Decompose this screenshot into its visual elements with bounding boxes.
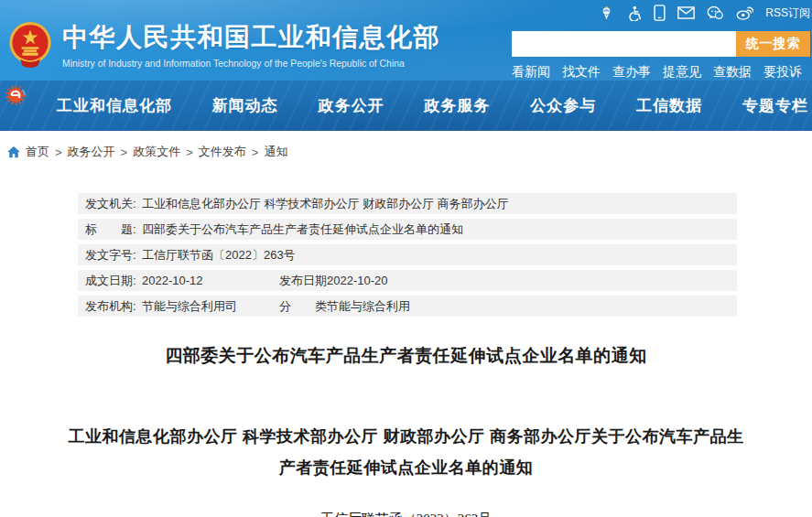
nav-item-public-participation[interactable]: 公众参与 bbox=[530, 95, 596, 116]
meta-row-doc-number: 发文字号: 工信厅联节函〔2022〕263号 bbox=[78, 244, 737, 265]
wechat-icon[interactable] bbox=[707, 5, 724, 20]
site-subtitle: Ministry of Industry and Information Tec… bbox=[62, 59, 440, 69]
meta-value: 2022-10-12 bbox=[142, 274, 279, 287]
article-body: 四部委关于公布汽车产品生产者责任延伸试点企业名单的通知 工业和信息化部办公厅 科… bbox=[0, 344, 812, 517]
quick-link-complaint[interactable]: 要投诉 bbox=[763, 64, 802, 81]
site-title: 中华人民共和国工业和信息化部 bbox=[62, 20, 440, 55]
meta-row-title: 标 题: 四部委关于公布汽车产品生产者责任延伸试点企业名单的通知 bbox=[78, 219, 737, 240]
breadcrumb-separator: > bbox=[186, 145, 193, 159]
breadcrumb-separator: > bbox=[252, 145, 259, 159]
primary-nav: 工业和信息化部 新闻动态 政务公开 政务服务 公众参与 工信数据 专题专栏 bbox=[0, 81, 812, 131]
quick-link-news[interactable]: 看新闻 bbox=[512, 64, 550, 81]
quick-links: 看新闻 找文件 查办事 提意见 查数据 要投诉 bbox=[512, 64, 810, 81]
site-header: 中华人民共和国工业和信息化部 Ministry of Industry and … bbox=[0, 0, 812, 81]
breadcrumb-separator: > bbox=[55, 145, 62, 159]
meta-value: 节能与综合利用 bbox=[327, 299, 737, 313]
doc-meta-table: 发文机关: 工业和信息化部办公厅 科学技术部办公厅 财政部办公厅 商务部办公厅 … bbox=[78, 193, 737, 317]
breadcrumb-notice[interactable]: 通知 bbox=[264, 144, 287, 160]
meta-label: 发布日期: bbox=[279, 274, 327, 287]
home-icon[interactable] bbox=[7, 146, 20, 158]
site-brand[interactable]: 中华人民共和国工业和信息化部 Ministry of Industry and … bbox=[7, 20, 440, 69]
search-input[interactable] bbox=[512, 31, 736, 57]
accessibility-icon[interactable] bbox=[626, 5, 642, 21]
nav-item-miit-data[interactable]: 工信数据 bbox=[636, 95, 702, 116]
breadcrumb-policy-files[interactable]: 政策文件 bbox=[133, 144, 180, 160]
meta-row-publisher-category: 发布机构: 节能与综合利用司 分 类: 节能与综合利用 bbox=[78, 296, 737, 317]
nav-item-list: 工业和信息化部 新闻动态 政务公开 政务服务 公众参与 工信数据 专题专栏 bbox=[57, 95, 808, 116]
meta-label: 发布机构: bbox=[85, 299, 142, 313]
national-emblem-icon bbox=[7, 21, 53, 69]
mail-icon[interactable] bbox=[677, 6, 695, 19]
article-doc-number: 工信厅联节函（2022）263号 bbox=[0, 511, 812, 517]
meta-label: 标 题: bbox=[85, 222, 142, 236]
nav-item-gov-services[interactable]: 政务服务 bbox=[424, 95, 490, 116]
quick-link-files[interactable]: 找文件 bbox=[562, 64, 601, 81]
search-bar: 统一搜索 bbox=[512, 31, 810, 57]
nav-item-news[interactable]: 新闻动态 bbox=[212, 95, 278, 116]
nav-item-special-columns[interactable]: 专题专栏 bbox=[742, 95, 808, 116]
rss-subscribe-link[interactable]: RSS订阅 bbox=[765, 5, 810, 21]
meta-label: 分 类: bbox=[279, 299, 327, 313]
quick-link-suggest[interactable]: 提意见 bbox=[663, 64, 701, 81]
quick-link-services[interactable]: 查办事 bbox=[612, 64, 651, 81]
meta-row-dates: 成文日期: 2022-10-12 发布日期: 2022-10-20 bbox=[78, 270, 737, 291]
nav-item-gov-disclosure[interactable]: 政务公开 bbox=[319, 95, 384, 116]
document-page: 发文机关: 工业和信息化部办公厅 科学技术部办公厅 财政部办公厅 商务部办公厅 … bbox=[0, 193, 812, 517]
meta-label: 发文字号: bbox=[85, 248, 142, 262]
masthead-right: RSS订阅 统一搜索 看新闻 找文件 查办事 提意见 查数据 要投诉 bbox=[512, 4, 810, 81]
meta-label: 发文机关: bbox=[85, 197, 142, 210]
mascot-icon[interactable] bbox=[599, 5, 614, 21]
quick-link-data[interactable]: 查数据 bbox=[713, 64, 752, 81]
breadcrumb-file-release[interactable]: 文件发布 bbox=[199, 144, 246, 160]
meta-label: 成文日期: bbox=[85, 274, 142, 287]
meta-value: 工信厅联节函〔2022〕263号 bbox=[142, 248, 737, 262]
article-title: 四部委关于公布汽车产品生产者责任延伸试点企业名单的通知 bbox=[0, 344, 812, 368]
meta-value: 节能与综合利用司 bbox=[142, 299, 279, 313]
meta-value: 工业和信息化部办公厅 科学技术部办公厅 财政部办公厅 商务部办公厅 bbox=[142, 197, 737, 210]
breadcrumb: 首页 > 政务公开 > 政策文件 > 文件发布 > 通知 bbox=[0, 131, 812, 169]
meta-value: 四部委关于公布汽车产品生产者责任延伸试点企业名单的通知 bbox=[142, 222, 737, 236]
unified-search-button[interactable]: 统一搜索 bbox=[736, 31, 810, 57]
breadcrumb-home[interactable]: 首页 bbox=[26, 144, 49, 160]
meta-row-issuing-agency: 发文机关: 工业和信息化部办公厅 科学技术部办公厅 财政部办公厅 商务部办公厅 bbox=[78, 193, 737, 214]
meta-value: 2022-10-20 bbox=[327, 274, 737, 287]
nav-item-ministry[interactable]: 工业和信息化部 bbox=[57, 95, 172, 116]
weibo-icon[interactable] bbox=[736, 5, 753, 20]
mobile-icon[interactable] bbox=[654, 5, 666, 21]
gov-e-logo-icon bbox=[5, 84, 27, 106]
breadcrumb-separator: > bbox=[121, 145, 128, 159]
breadcrumb-gov-disclosure[interactable]: 政务公开 bbox=[68, 144, 115, 160]
article-subtitle: 工业和信息化部办公厅 科学技术部办公厅 财政部办公厅 商务部办公厅关于公布汽车产… bbox=[64, 421, 748, 483]
utility-icon-bar: RSS订阅 bbox=[512, 4, 810, 22]
